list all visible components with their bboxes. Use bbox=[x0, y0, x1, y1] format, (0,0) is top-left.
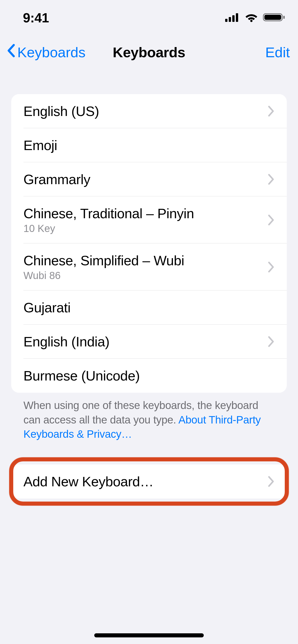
keyboard-row[interactable]: Gujarati bbox=[11, 290, 287, 325]
wifi-icon bbox=[245, 12, 258, 23]
keyboard-row[interactable]: Burmese (Unicode) bbox=[11, 359, 287, 393]
svg-rect-1 bbox=[229, 17, 231, 22]
status-bar: 9:41 bbox=[0, 0, 298, 36]
keyboard-row[interactable]: Emoji bbox=[11, 128, 287, 162]
keyboard-label: Gujarati bbox=[23, 300, 71, 315]
keyboard-sublabel: 10 Key bbox=[23, 223, 194, 234]
keyboard-label: English (India) bbox=[23, 334, 110, 349]
add-keyboard-label: Add New Keyboard… bbox=[23, 474, 154, 489]
keyboard-label: Chinese, Traditional – Pinyin bbox=[23, 206, 194, 221]
chevron-right-icon bbox=[268, 476, 275, 487]
add-keyboard-group: Add New Keyboard… bbox=[11, 464, 287, 499]
keyboard-row[interactable]: English (US) bbox=[11, 94, 287, 128]
home-indicator[interactable] bbox=[94, 633, 204, 637]
add-keyboard-section: Add New Keyboard… bbox=[11, 459, 287, 504]
keyboard-label: Grammarly bbox=[23, 171, 90, 187]
keyboard-row[interactable]: Chinese, Simplified – WubiWubi 86 bbox=[11, 243, 287, 290]
chevron-left-icon bbox=[6, 43, 17, 62]
status-indicators bbox=[225, 12, 285, 23]
edit-button[interactable]: Edit bbox=[265, 44, 290, 61]
svg-rect-7 bbox=[283, 16, 285, 19]
keyboard-row[interactable]: English (India) bbox=[11, 325, 287, 359]
content-area: English (US)EmojiGrammarlyChinese, Tradi… bbox=[0, 69, 298, 504]
chevron-right-icon bbox=[268, 214, 275, 226]
chevron-right-icon bbox=[268, 174, 275, 185]
keyboard-label: Chinese, Simplified – Wubi bbox=[23, 253, 184, 268]
keyboard-sublabel: Wubi 86 bbox=[23, 270, 184, 281]
footer-note: When using one of these keyboards, the k… bbox=[11, 393, 287, 442]
chevron-right-icon bbox=[268, 261, 275, 273]
keyboards-list: English (US)EmojiGrammarlyChinese, Tradi… bbox=[11, 94, 287, 393]
svg-rect-3 bbox=[236, 13, 238, 22]
battery-icon bbox=[263, 12, 285, 23]
keyboard-label: Emoji bbox=[23, 137, 57, 153]
keyboard-row[interactable]: Grammarly bbox=[11, 162, 287, 196]
chevron-right-icon bbox=[268, 106, 275, 117]
svg-rect-0 bbox=[225, 19, 227, 22]
add-keyboard-row[interactable]: Add New Keyboard… bbox=[11, 464, 287, 499]
page-title: Keyboards bbox=[113, 44, 185, 61]
back-button[interactable]: Keyboards bbox=[6, 43, 86, 62]
svg-point-4 bbox=[250, 20, 253, 22]
back-label: Keyboards bbox=[17, 44, 86, 61]
keyboard-label: English (US) bbox=[23, 103, 99, 119]
status-time: 9:41 bbox=[23, 10, 49, 25]
chevron-right-icon bbox=[268, 336, 275, 347]
keyboard-row[interactable]: Chinese, Traditional – Pinyin10 Key bbox=[11, 196, 287, 243]
keyboard-label: Burmese (Unicode) bbox=[23, 368, 140, 384]
cellular-icon bbox=[225, 13, 240, 23]
svg-rect-6 bbox=[264, 15, 281, 20]
svg-rect-2 bbox=[232, 15, 235, 22]
nav-bar: Keyboards Keyboards Edit bbox=[0, 36, 298, 69]
